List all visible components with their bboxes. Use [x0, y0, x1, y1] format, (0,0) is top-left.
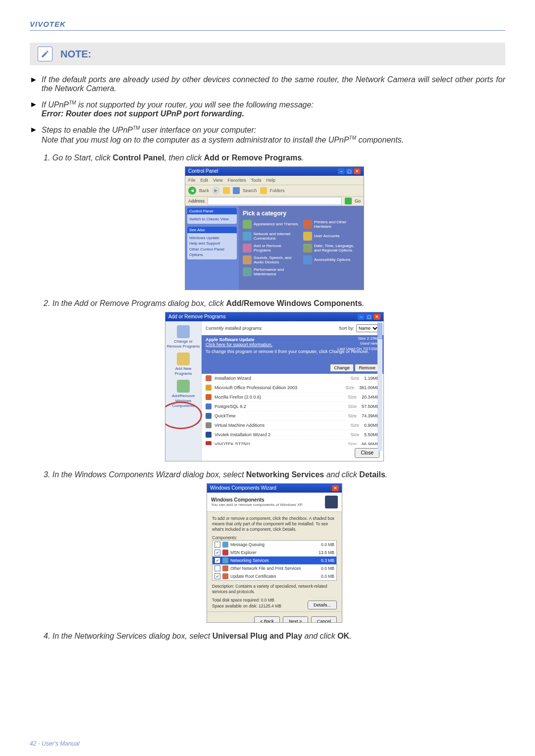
up-icon[interactable]	[223, 187, 230, 194]
component-row[interactable]: Other Network File and Print Services0.0…	[213, 564, 336, 572]
category-add-remove[interactable]: Add or Remove Programs	[243, 244, 299, 252]
category-accessibility[interactable]: Accessibility Options	[303, 255, 360, 264]
side-panel-2: See Also Windows Update Help and Support…	[187, 227, 237, 259]
component-row[interactable]: Message Queuing0.0 MB	[213, 541, 336, 549]
menu-view[interactable]: View	[213, 178, 222, 183]
menu-favorites[interactable]: Favorites	[227, 178, 246, 183]
details-button[interactable]: Details...	[308, 601, 337, 609]
category-label: Performance and Maintenance	[254, 267, 299, 276]
program-selected[interactable]: Apple Software Update Click here for sup…	[202, 335, 383, 374]
next-button[interactable]: Next >	[283, 616, 308, 623]
scrollbar[interactable]	[377, 321, 382, 451]
maximize-icon[interactable]: ▢	[366, 314, 373, 320]
category-date-time[interactable]: Date, Time, Language, and Regional Optio…	[303, 244, 360, 252]
step1-a: 1. Go to Start, click	[44, 153, 113, 162]
space-avail-label: Space available on disk:	[212, 604, 258, 608]
program-item[interactable]: Vivotek Installation Wizard 2Size5.50MB	[206, 430, 379, 440]
step1-c: , then click	[164, 153, 204, 162]
see-also-link[interactable]: Windows Update	[189, 235, 235, 241]
menu-tools[interactable]: Tools	[251, 178, 261, 183]
size-label: Size	[348, 395, 357, 400]
minimize-icon[interactable]: –	[358, 314, 365, 320]
bullet3-lead: Steps to enable the UPnP	[42, 126, 133, 135]
checkbox[interactable]: ✔	[214, 550, 220, 555]
program-item[interactable]: QuickTimeSize74.39MB	[206, 411, 379, 421]
go-icon[interactable]	[345, 198, 352, 204]
checkbox[interactable]	[214, 565, 220, 571]
program-item[interactable]: Mozilla Firefox (2.0.0.6)Size20.34MB	[206, 393, 379, 402]
checkbox[interactable]	[214, 542, 220, 548]
side-panel-2-title: See Also	[187, 227, 237, 233]
program-name: PostgreSQL 8.2	[214, 404, 345, 409]
category-printers[interactable]: Printers and Other Hardware	[303, 220, 360, 229]
bullet3-mid: user interface on your computer:	[140, 126, 256, 135]
sort-by-select[interactable]: Name	[356, 324, 379, 332]
component-row[interactable]: ✔MSN Explorer13.5 MB	[213, 549, 336, 556]
close-button[interactable]: Close	[355, 448, 379, 458]
cancel-button[interactable]: Cancel	[311, 616, 337, 623]
tm-sup: TM	[349, 135, 356, 141]
program-list[interactable]: Installation WizardSize1.19MBMicrosoft O…	[202, 374, 383, 445]
component-row[interactable]: ✔Update Root Certificates0.0 MB	[213, 572, 336, 580]
program-icon	[206, 394, 212, 400]
change-button[interactable]: Change	[330, 364, 354, 372]
see-also-link[interactable]: Other Control Panel Options	[189, 247, 235, 257]
scrollbar-thumb[interactable]	[377, 323, 382, 339]
checkbox[interactable]: ✔	[214, 557, 220, 563]
wizard-subtitle: You can add or remove components of Wind…	[211, 503, 303, 507]
maximize-icon[interactable]: ▢	[346, 168, 353, 174]
category-appearance[interactable]: Appearance and Themes	[243, 220, 299, 229]
close-icon[interactable]: ✕	[374, 314, 380, 320]
go-label: Go	[355, 199, 361, 203]
nav-toolbar: ◄ Back ► Search Folders	[185, 185, 364, 197]
window-title: Add or Remove Programs	[168, 314, 226, 319]
minimize-icon[interactable]: –	[338, 168, 345, 174]
category-icon	[243, 232, 252, 241]
menu-edit[interactable]: Edit	[201, 178, 209, 183]
category-users[interactable]: User Accounts	[303, 232, 360, 241]
program-size: 66.96MB	[362, 442, 379, 445]
close-icon[interactable]: ✕	[332, 485, 339, 491]
program-icon	[206, 403, 212, 409]
sidebar-change-remove[interactable]: Change or Remove Programs	[166, 325, 200, 349]
note-bullet-1: If the default ports are already used by…	[42, 75, 505, 93]
nav-forward-icon[interactable]: ►	[212, 187, 220, 195]
nav-back-icon[interactable]: ◄	[188, 187, 196, 195]
close-icon[interactable]: ✕	[354, 168, 361, 174]
category-label: Network and Internet Connections	[254, 232, 299, 241]
program-item[interactable]: PostgreSQL 8.2Size57.50MB	[206, 402, 379, 411]
switch-classic-link[interactable]: Switch to Classic View	[187, 214, 237, 224]
program-item[interactable]: Installation WizardSize1.19MB	[206, 374, 379, 383]
program-item[interactable]: Microsoft Office Professional Edition 20…	[206, 383, 379, 393]
category-sounds[interactable]: Sounds, Speech, and Audio Devices	[243, 255, 299, 264]
sidebar-windows-components[interactable]: Add/Remove Windows Components	[166, 380, 200, 408]
step-3: 3. In the Windows Components Wizard dial…	[44, 470, 505, 479]
program-item[interactable]: Virtual Machine AdditionsSize0.90MB	[206, 421, 379, 430]
remove-button[interactable]: Remove	[355, 364, 379, 372]
category-performance[interactable]: Performance and Maintenance	[243, 267, 299, 276]
category-label: User Accounts	[314, 234, 340, 238]
arp-sidebar: Change or Remove Programs Add New Progra…	[165, 321, 202, 461]
component-icon	[222, 557, 228, 563]
menu-help[interactable]: Help	[266, 178, 275, 183]
category-label: Date, Time, Language, and Regional Optio…	[314, 244, 360, 252]
component-row[interactable]: ✔Networking Services0.3 MB	[213, 556, 336, 564]
sidebar-add-new[interactable]: Add New Programs	[166, 353, 200, 376]
menu-file[interactable]: File	[188, 178, 196, 183]
see-also-link[interactable]: Help and Support	[189, 241, 235, 246]
category-network[interactable]: Network and Internet Connections	[243, 232, 299, 241]
step2-a: 2. In the Add or Remove Programs dialog …	[44, 299, 226, 307]
space-req-label: Total disk space required:	[212, 598, 260, 603]
components-list[interactable]: Message Queuing0.0 MB✔MSN Explorer13.5 M…	[212, 540, 337, 581]
folders-icon[interactable]	[260, 187, 267, 194]
step4-e: .	[349, 632, 351, 640]
back-button[interactable]: < Back	[254, 616, 280, 623]
address-field[interactable]	[208, 197, 342, 205]
component-name: MSN Explorer	[230, 550, 313, 555]
category-label: Sounds, Speech, and Audio Devices	[254, 255, 299, 264]
bullet-arrow-icon: ►	[30, 125, 38, 145]
search-icon[interactable]	[233, 187, 240, 194]
program-name: Virtual Machine Additions	[214, 423, 347, 428]
program-item[interactable]: VIVOTEK ST7501Size66.96MB	[206, 440, 379, 445]
checkbox[interactable]: ✔	[214, 573, 220, 579]
